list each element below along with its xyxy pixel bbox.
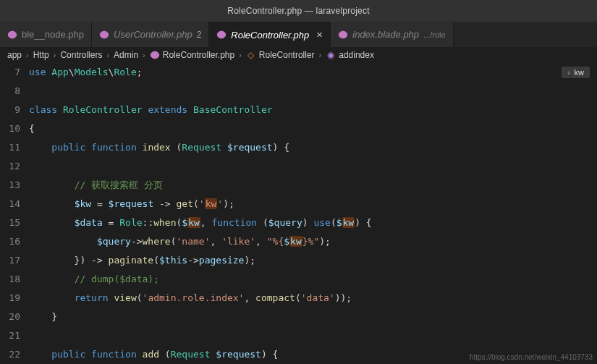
chevron-right-icon: ›: [567, 69, 570, 77]
line-number: 20: [0, 308, 20, 326]
line-number: 19: [0, 289, 20, 308]
php-file-icon: [216, 30, 226, 40]
tab-label: UserController.php: [114, 29, 192, 40]
line-number: 8: [0, 82, 20, 101]
line-number: 18: [0, 270, 20, 289]
code-line[interactable]: public function index (Request $request)…: [29, 138, 597, 157]
code-line[interactable]: [29, 157, 597, 176]
tab-bar: ble__node.phpUserController.php2RoleCont…: [0, 22, 597, 47]
code-line[interactable]: [29, 326, 597, 345]
chevron-right-icon: ›: [239, 51, 242, 59]
breadcrumb-segment[interactable]: Http: [33, 50, 49, 60]
watermark-text: https://blog.csdn.net/weixin_44103733: [470, 353, 593, 361]
code-line[interactable]: $kw = $request -> get('kw');: [29, 195, 597, 213]
line-number: 11: [0, 138, 20, 157]
line-number: 13: [0, 176, 20, 195]
tab-label: index.blade.php: [352, 29, 419, 40]
editor-tab-0[interactable]: ble__node.php: [0, 22, 92, 47]
class-icon: ◇: [246, 50, 256, 60]
breadcrumb-segment[interactable]: RoleController: [259, 50, 315, 60]
code-line[interactable]: [29, 82, 597, 101]
line-number: 21: [0, 326, 20, 345]
code-line[interactable]: class RoleController extends BaseControl…: [29, 101, 597, 119]
line-number: 12: [0, 157, 20, 176]
search-result-badge[interactable]: › kw: [562, 67, 590, 78]
tab-path-hint: .../role: [423, 30, 446, 39]
chevron-right-icon: ›: [319, 51, 322, 59]
code-area[interactable]: use App\Models\Role; class RoleControlle…: [29, 63, 597, 364]
line-number: 15: [0, 213, 20, 232]
close-icon[interactable]: ✕: [316, 30, 323, 40]
line-number: 9: [0, 101, 20, 119]
editor-tab-3[interactable]: index.blade.php.../role: [331, 22, 453, 47]
breadcrumb-segment[interactable]: Controllers: [60, 50, 102, 60]
breadcrumb-segment[interactable]: Admin: [114, 50, 138, 60]
code-line[interactable]: $query->where('name', 'like', "%{$kw}%")…: [29, 232, 597, 251]
window-title: RoleController.php — laravelproject: [227, 6, 369, 16]
code-line[interactable]: }) -> paginate($this->pagesize);: [29, 251, 597, 270]
php-file-icon: [7, 30, 17, 40]
php-file-icon: [150, 50, 160, 60]
tab-label: ble__node.php: [22, 29, 84, 40]
code-line[interactable]: // dump($data);: [29, 270, 597, 289]
line-number: 22: [0, 345, 20, 364]
line-number-gutter: 78910111213141516171819202122232425: [0, 63, 29, 364]
breadcrumb-segment[interactable]: app: [7, 50, 22, 60]
line-number: 17: [0, 251, 20, 270]
method-icon: ◉: [326, 50, 336, 60]
breadcrumb: app›Http›Controllers›Admin›RoleControlle…: [0, 47, 597, 63]
tab-label: RoleController.php: [231, 30, 309, 41]
chevron-right-icon: ›: [54, 51, 56, 59]
code-line[interactable]: {: [29, 119, 597, 138]
php-file-icon: [99, 30, 109, 40]
chevron-right-icon: ›: [143, 51, 145, 59]
line-number: 16: [0, 232, 20, 251]
breadcrumb-segment[interactable]: RoleController.php: [163, 50, 234, 60]
window-titlebar: RoleController.php — laravelproject: [0, 0, 597, 22]
code-line[interactable]: // 获取搜索框 分页: [29, 176, 597, 195]
chevron-right-icon: ›: [106, 51, 109, 59]
editor-pane: 78910111213141516171819202122232425 use …: [0, 63, 597, 364]
line-number: 14: [0, 195, 20, 213]
code-line[interactable]: use App\Models\Role;: [29, 63, 597, 82]
breadcrumb-segment[interactable]: addindex: [339, 50, 374, 60]
code-line[interactable]: return view('admin.role.index', compact(…: [29, 289, 597, 308]
editor-tab-2[interactable]: RoleController.php✕: [209, 22, 331, 47]
tab-dirty-count: 2: [197, 30, 202, 40]
code-line[interactable]: $data = Role::when($kw, function ($query…: [29, 213, 597, 232]
line-number: 7: [0, 63, 20, 82]
php-file-icon: [338, 30, 348, 40]
search-term: kw: [575, 68, 584, 77]
line-number: 10: [0, 119, 20, 138]
chevron-right-icon: ›: [26, 51, 29, 59]
editor-tab-1[interactable]: UserController.php2: [92, 22, 209, 47]
code-line[interactable]: }: [29, 308, 597, 326]
